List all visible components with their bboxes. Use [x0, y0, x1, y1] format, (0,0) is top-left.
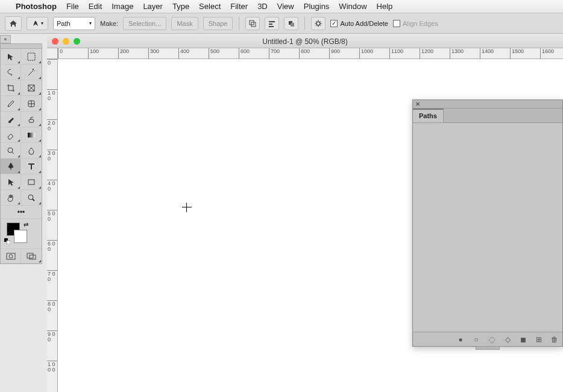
lasso-tool[interactable]	[1, 65, 21, 80]
zoom-tool[interactable]	[21, 190, 42, 206]
home-button[interactable]	[5, 16, 22, 31]
pen-icon	[31, 19, 40, 28]
tool-preset-picker[interactable]: ▾	[27, 17, 48, 30]
screen-mode-icon	[27, 253, 36, 260]
eraser-tool[interactable]	[1, 127, 21, 143]
ruler-tick: 600	[239, 48, 269, 58]
make-work-path-button[interactable]: ◇	[503, 335, 512, 344]
window-controls	[52, 38, 80, 45]
path-selection-tool[interactable]	[1, 174, 21, 190]
ruler-tick: 2 0 0	[47, 119, 57, 150]
healing-brush-tool-icon	[27, 99, 36, 109]
auto-add-delete-checkbox[interactable]: Auto Add/Delete	[330, 20, 388, 27]
menu-edit[interactable]: Edit	[89, 2, 102, 11]
healing-brush-tool[interactable]	[21, 96, 42, 112]
crop-tool[interactable]	[1, 80, 21, 96]
toolbox-grip[interactable]	[1, 44, 42, 49]
menu-3d[interactable]: 3D	[257, 2, 268, 11]
panel-resize-grip[interactable]	[476, 346, 500, 350]
stroke-path-button[interactable]: ○	[472, 335, 480, 344]
ruler-tick: 3 0 0	[47, 150, 57, 180]
menu-file[interactable]: File	[66, 2, 79, 11]
add-mask-button[interactable]: ◼	[519, 335, 527, 344]
menu-type[interactable]: Type	[172, 2, 189, 11]
gradient-tool[interactable]	[21, 127, 42, 143]
screen-mode-button[interactable]	[21, 249, 42, 264]
window-minimize-button[interactable]	[63, 38, 69, 45]
svg-rect-4	[269, 26, 274, 27]
ruler-origin[interactable]	[47, 48, 58, 59]
hand-tool[interactable]	[1, 190, 21, 206]
clone-stamp-tool[interactable]	[21, 112, 42, 127]
eraser-tool-icon	[6, 130, 16, 140]
options-bar: ▾ Path ▾ Make: Selection... Mask Shape A…	[0, 13, 563, 34]
edit-toolbar-button[interactable]: •••	[1, 206, 42, 219]
pen-tool-icon	[6, 162, 16, 171]
panel-close-button[interactable]: ✕	[413, 101, 423, 107]
tab-paths[interactable]: Paths	[413, 109, 444, 122]
dodge-tool[interactable]	[1, 143, 21, 159]
divider	[239, 17, 239, 30]
tool-mode-select[interactable]: Path ▾	[53, 17, 95, 30]
window-close-button[interactable]	[52, 38, 58, 45]
make-selection-button[interactable]: Selection...	[123, 17, 166, 30]
ruler-tick: 9 0 0	[47, 330, 57, 361]
brush-tool[interactable]	[1, 112, 21, 127]
ruler-tick: 1 0 0 0	[47, 361, 57, 391]
pen-tool[interactable]	[1, 159, 21, 174]
menu-layer[interactable]: Layer	[143, 2, 163, 11]
fill-path-button[interactable]: ●	[456, 335, 465, 344]
delete-path-button[interactable]: 🗑	[550, 335, 559, 344]
make-shape-button[interactable]: Shape	[203, 17, 233, 30]
horizontal-ruler[interactable]: 0100200300400500600700800900100011001200…	[58, 48, 563, 59]
svg-rect-13	[28, 180, 34, 185]
align-edges-checkbox[interactable]: Align Edges	[393, 20, 438, 27]
menu-plugins[interactable]: Plugins	[304, 2, 330, 11]
ruler-tick: 700	[269, 48, 299, 58]
swap-colors-icon[interactable]: ⇄	[24, 221, 28, 228]
background-color-swatch[interactable]	[14, 230, 27, 243]
tool-mode-value: Path	[57, 20, 71, 27]
move-tool[interactable]	[1, 49, 21, 65]
type-tool[interactable]	[21, 159, 42, 174]
rectangle-tool[interactable]	[21, 174, 42, 190]
crop-tool-icon	[6, 83, 16, 93]
menu-window[interactable]: Window	[339, 2, 366, 11]
new-path-button[interactable]: ⊞	[535, 335, 543, 344]
paths-list[interactable]	[413, 123, 562, 332]
make-mask-button[interactable]: Mask	[171, 17, 198, 30]
checkbox-icon	[393, 20, 400, 27]
rectangular-marquee-tool-icon	[27, 52, 36, 62]
svg-point-7	[316, 22, 320, 25]
menu-select[interactable]: Select	[199, 2, 221, 11]
menu-view[interactable]: View	[277, 2, 294, 11]
path-operations-button[interactable]	[245, 17, 260, 30]
app-menu[interactable]: Photoshop	[16, 2, 57, 11]
menu-image[interactable]: Image	[112, 2, 133, 11]
magic-wand-tool[interactable]	[21, 65, 42, 80]
path-arrangement-button[interactable]	[284, 17, 298, 30]
path-arrangement-icon	[287, 19, 295, 28]
menu-filter[interactable]: Filter	[230, 2, 248, 11]
svg-point-18	[9, 254, 13, 258]
vertical-ruler[interactable]: 01 0 02 0 03 0 04 0 05 0 06 0 07 0 08 0 …	[47, 59, 58, 392]
ruler-tick: 200	[118, 48, 148, 58]
lasso-tool-icon	[6, 68, 16, 77]
load-selection-button[interactable]: ◌	[488, 335, 496, 344]
path-alignment-button[interactable]	[265, 17, 279, 30]
menu-help[interactable]: Help	[377, 2, 393, 11]
frame-tool[interactable]	[21, 80, 42, 96]
path-options-button[interactable]	[311, 17, 326, 30]
brush-tool-icon	[6, 115, 16, 124]
zoom-tool-icon	[27, 193, 36, 203]
ruler-tick: 8 0 0	[47, 300, 57, 330]
quick-mask-button[interactable]	[1, 249, 21, 264]
eyedropper-tool[interactable]	[1, 96, 21, 112]
collapse-toolbar-button[interactable]: «	[0, 35, 11, 43]
path-alignment-icon	[268, 19, 276, 28]
blur-tool[interactable]	[21, 143, 42, 159]
window-zoom-button[interactable]	[74, 38, 80, 45]
default-colors-icon[interactable]	[4, 238, 10, 244]
rectangular-marquee-tool[interactable]	[21, 49, 42, 65]
document-titlebar[interactable]: Untitled-1 @ 50% (RGB/8)	[47, 35, 563, 48]
